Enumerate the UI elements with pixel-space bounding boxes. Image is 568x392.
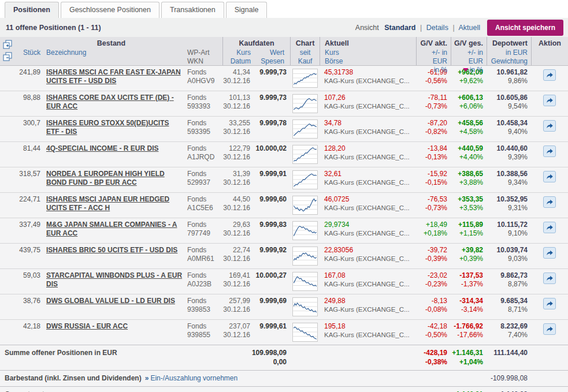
position-action-button[interactable]	[543, 171, 556, 182]
header-datum[interactable]: Datum	[223, 57, 251, 66]
purchase-value-cell: 9.999,92	[253, 246, 290, 266]
sparkline-chart[interactable]	[292, 120, 318, 139]
current-cell: 34,78 KAG-Kurs (EXCHANGE_C...	[320, 119, 416, 139]
position-action-button[interactable]	[543, 196, 556, 208]
position-quantity: 224,71	[16, 195, 44, 215]
position-action-button[interactable]	[543, 272, 556, 284]
depotwert-cell: 9.862,73 8,87%	[487, 271, 531, 291]
purchase-value-cell: 9.999,78	[253, 119, 290, 139]
header-wert[interactable]: Wert	[253, 48, 284, 57]
tab-geschlossene-positionen[interactable]: Geschlossene Positionen	[61, 2, 159, 18]
depotwert-eur: 9.862,73	[487, 271, 528, 280]
collapse-all-icon[interactable]	[3, 52, 13, 62]
chart-cell	[290, 195, 320, 215]
header-group-kaufdaten: Kaufdaten Kurs Datum Wert Spesen	[222, 37, 290, 65]
cash-row: Barbestand (inkl. Zinsen und Dividenden)…	[0, 370, 568, 386]
fund-name-link[interactable]: 4Q-SPECIAL INCOME - R EUR DIS	[46, 144, 158, 152]
header-gv-akt-eur[interactable]: +/- in EUR	[417, 48, 447, 66]
header-wp-art[interactable]: WP-Art	[187, 48, 217, 57]
fund-name-link[interactable]: ISHARES MSCI JAPAN EUR HEDGED UCITS ETF …	[46, 195, 169, 212]
fund-name-link[interactable]: NORDEA 1 EUROPEAN HIGH YIELD BOND FUND -…	[46, 170, 165, 186]
fund-name-link[interactable]: M&G JAPAN SMALLER COMPANIES - A EUR ACC	[46, 221, 177, 237]
header-bezeichnung[interactable]: Bezeichnung	[44, 48, 183, 66]
sparkline-chart[interactable]	[292, 145, 318, 164]
header-group-gv-akt: G/V akt. +/- in EUR in %	[416, 37, 451, 65]
positions-count: 11 offene Positionen (1 - 11)	[6, 24, 101, 32]
gewichtung-pct: 8,87%	[487, 280, 528, 289]
purchase-price: 237,07	[222, 322, 250, 331]
tab-positionen[interactable]: Positionen	[5, 2, 59, 18]
sparkline-chart[interactable]	[292, 272, 318, 291]
sparkline-chart[interactable]	[292, 323, 318, 342]
table-header: Bestand Stück Bezeichnung WP-Art WKN Kau…	[0, 37, 568, 66]
header-kurs[interactable]: Kurs	[223, 48, 251, 57]
fund-name-link[interactable]: ISHARES BRIC 50 UCITS ETF - USD DIS	[46, 246, 177, 254]
position-action-button[interactable]	[543, 247, 556, 259]
cash-link-arrows: »	[145, 374, 149, 382]
sparkline-chart[interactable]	[292, 170, 318, 189]
depotwert-cell: 10.388,56 9,34%	[487, 170, 531, 189]
fund-name-link[interactable]: DWS RUSSIA - EUR ACC	[46, 322, 128, 330]
chart-cell	[290, 246, 320, 266]
position-action-button[interactable]	[543, 120, 556, 132]
header-gewichtung[interactable]: Gewichtung	[487, 57, 528, 66]
gv-ges-cell: +606,13 +6,06%	[451, 94, 487, 113]
view-option-details[interactable]: Details	[426, 24, 448, 32]
header-seit-kauf: seit Kauf	[291, 48, 320, 66]
gv-akt-pct: -0,50%	[416, 331, 447, 339]
gv-akt-eur: -87,20	[416, 119, 447, 128]
view-option-aktuell[interactable]: Aktuell	[458, 24, 480, 32]
gv-akt-pct: -0,13%	[416, 153, 447, 162]
purchase-price: 169,41	[222, 271, 250, 280]
header-aktuell-kurs[interactable]: Kurs	[325, 48, 416, 57]
position-action-button[interactable]	[543, 323, 556, 335]
header-gv-ges-eur[interactable]: +/- in EUR	[451, 48, 483, 66]
aktion-cell	[531, 195, 568, 215]
header-gv-akt-pct[interactable]: in %	[417, 66, 447, 74]
fund-name-link[interactable]: ISHARES EURO STOXX 50(DE)UCITS ETF - DIS	[46, 119, 169, 136]
fund-name-link[interactable]: DWS GLOBAL VALUE LD - LD EUR DIS	[46, 297, 175, 305]
header-boerse[interactable]: Börse	[325, 57, 416, 66]
position-action-button[interactable]	[543, 69, 556, 81]
sparkline-chart[interactable]	[292, 196, 318, 215]
fund-name-link[interactable]: STARCAPITAL WINBONDS PLUS - A EUR DIS	[46, 271, 182, 288]
header-group-bestand: Bestand Stück Bezeichnung WP-Art WKN	[0, 37, 222, 65]
sparkline-chart[interactable]	[292, 94, 318, 113]
sum-spesen: 0,00	[222, 357, 287, 367]
cash-deposit-withdraw-link[interactable]: Ein-/Auszahlung vornehmen	[150, 374, 237, 382]
depotwert-cell: 10.605,86 9,54%	[487, 94, 531, 113]
fund-name-link[interactable]: ISHARES MSCI AC FAR EAST EX-JAPAN UCITS …	[46, 68, 181, 85]
sparkline-chart[interactable]	[292, 221, 318, 240]
gv-ges-pct: +4,58%	[451, 128, 483, 136]
position-action-button[interactable]	[543, 222, 556, 233]
current-cell: 249,88 KAG-Kurs (EXCHANGE_C...	[320, 297, 416, 316]
purchase-price: 101,13	[222, 94, 250, 102]
purchase-value: 10.000,27	[253, 271, 287, 280]
header-gv-ges-pct-sorted[interactable]: in %	[451, 66, 483, 74]
tab-transaktionen[interactable]: Transaktionen	[161, 2, 224, 18]
header-spesen[interactable]: Spesen	[253, 57, 284, 66]
position-quantity: 241,89	[16, 68, 44, 88]
exchange-name: KAG-Kurs (EXCHANGE_C...	[324, 331, 416, 339]
sparkline-chart[interactable]	[292, 69, 318, 88]
save-view-button[interactable]: Ansicht speichern	[487, 20, 563, 36]
expand-all-icon[interactable]	[3, 40, 13, 50]
exchange-name: KAG-Kurs (EXCHANGE_C...	[324, 280, 416, 289]
view-option-standard[interactable]: Standard	[384, 24, 415, 32]
header-stueck[interactable]: Stück	[16, 48, 44, 66]
position-action-button[interactable]	[543, 298, 556, 309]
sparkline-chart[interactable]	[292, 297, 318, 316]
current-cell: 128,20 KAG-Kurs (EXCHANGE_C...	[320, 144, 416, 164]
purchase-price: 44,50	[222, 195, 250, 204]
header-wkn[interactable]: WKN	[187, 57, 217, 66]
position-action-button[interactable]	[543, 145, 556, 157]
sum-depotwert: 111.144,40	[487, 348, 528, 357]
current-price: 107,26	[324, 94, 416, 102]
sparkline-chart[interactable]	[292, 247, 318, 266]
position-action-button[interactable]	[543, 95, 556, 106]
gv-ges-pct: +1,15%	[451, 229, 483, 238]
purchase-date: 30.12.16	[222, 331, 250, 339]
header-depot-eur[interactable]: in EUR	[487, 48, 528, 57]
fund-name-link[interactable]: ISHARES CORE DAX UCITS ETF (DE) - EUR AC…	[46, 94, 174, 110]
tab-signale[interactable]: Signale	[226, 2, 268, 18]
